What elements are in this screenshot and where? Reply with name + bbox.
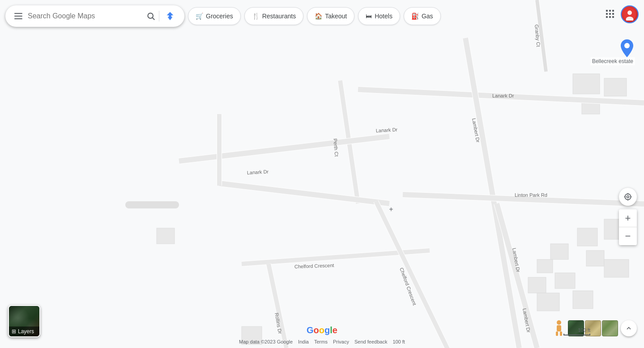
svg-rect-5: [577, 228, 597, 246]
restaurants-icon: 🍴: [252, 13, 260, 20]
takeout-icon: 🏠: [315, 13, 322, 20]
svg-rect-76: [557, 325, 561, 331]
svg-rect-12: [537, 293, 559, 311]
svg-rect-10: [555, 273, 575, 289]
search-divider: [159, 11, 159, 21]
svg-text:Lanark Dr: Lanark Dr: [247, 169, 269, 175]
svg-rect-64: [609, 16, 611, 18]
svg-point-70: [625, 194, 631, 199]
avatar[interactable]: [621, 5, 639, 23]
svg-rect-8: [550, 244, 568, 259]
privacy-link[interactable]: Privacy: [333, 339, 349, 344]
svg-point-75: [557, 320, 561, 325]
svg-rect-57: [606, 10, 608, 12]
svg-text:Linton Park Rd: Linton Park Rd: [515, 192, 547, 198]
svg-rect-15: [157, 228, 175, 244]
category-gas[interactable]: ⛽ Gas: [404, 7, 441, 25]
map-data-text: Map data ©2023 Google: [239, 339, 293, 344]
category-groceries[interactable]: 🛒 Groceries: [188, 7, 241, 25]
layers-icon: ⊞: [12, 328, 16, 335]
svg-rect-11: [528, 277, 546, 293]
svg-rect-77: [556, 331, 558, 336]
svg-rect-14: [125, 201, 179, 208]
layers-thumbnail: ⊞ Layers: [8, 305, 40, 337]
attribution: Map data ©2023 Google India Terms Privac…: [0, 339, 644, 344]
zoom-out-button[interactable]: −: [619, 227, 637, 245]
map-thumb-3[interactable]: [602, 320, 618, 336]
apps-button[interactable]: [603, 7, 617, 22]
hotels-icon: 🛏: [366, 13, 372, 20]
svg-point-54: [624, 43, 630, 48]
svg-line-56: [153, 18, 155, 20]
bellecreek-label: Bellecreek estate: [590, 57, 635, 65]
right-controls: + −: [619, 188, 637, 245]
search-input[interactable]: [28, 12, 143, 20]
svg-rect-78: [560, 331, 562, 336]
svg-text:+: +: [389, 205, 393, 213]
svg-rect-2: [604, 78, 627, 96]
scale-value: 100 ft: [578, 327, 590, 333]
svg-rect-62: [612, 13, 614, 15]
svg-rect-59: [612, 10, 614, 12]
layers-control[interactable]: ⊞ Layers: [8, 305, 40, 337]
map-area[interactable]: Granby Ct Lanark Dr Lambert Dr Perth Ct …: [0, 0, 644, 348]
svg-rect-65: [612, 16, 614, 18]
svg-rect-9: [537, 259, 553, 273]
category-restaurants[interactable]: 🍴 Restaurants: [244, 7, 303, 25]
layers-label-row: ⊞ Layers: [9, 327, 39, 336]
svg-rect-58: [609, 10, 611, 12]
layers-label: Layers: [18, 328, 34, 335]
directions-button[interactable]: [163, 9, 177, 23]
top-right-controls: [603, 5, 639, 23]
svg-rect-7: [604, 259, 629, 277]
zoom-controls: + −: [619, 209, 637, 245]
scale-line: [563, 334, 590, 335]
india-text: India: [298, 339, 309, 344]
zoom-in-button[interactable]: +: [619, 209, 637, 227]
svg-text:Lanark Dr: Lanark Dr: [492, 93, 514, 98]
menu-button[interactable]: [13, 11, 24, 21]
svg-rect-6: [586, 250, 604, 266]
attribution-scale: 100 ft: [392, 339, 405, 344]
gas-icon: ⛽: [411, 13, 419, 20]
svg-rect-13: [573, 291, 593, 309]
svg-rect-63: [606, 16, 608, 18]
terms-link[interactable]: Terms: [314, 339, 328, 344]
category-buttons: 🛒 Groceries 🍴 Restaurants 🏠 Takeout 🛏 Ho…: [188, 7, 441, 25]
svg-rect-61: [609, 13, 611, 15]
category-takeout[interactable]: 🏠 Takeout: [307, 7, 354, 25]
svg-rect-60: [606, 13, 608, 15]
svg-point-55: [148, 13, 153, 18]
expand-button[interactable]: [621, 320, 637, 336]
send-feedback-link[interactable]: Send feedback: [354, 339, 387, 344]
svg-rect-1: [573, 74, 600, 94]
svg-text:Lanark Dr: Lanark Dr: [375, 127, 397, 133]
svg-point-67: [627, 11, 632, 15]
category-hotels[interactable]: 🛏 Hotels: [358, 7, 400, 25]
search-container: [5, 5, 184, 27]
groceries-icon: 🛒: [196, 13, 203, 20]
locate-button[interactable]: [619, 188, 637, 206]
scale-bar: 100 ft: [563, 327, 590, 335]
google-logo: Google: [307, 325, 337, 335]
search-button[interactable]: [146, 12, 155, 21]
